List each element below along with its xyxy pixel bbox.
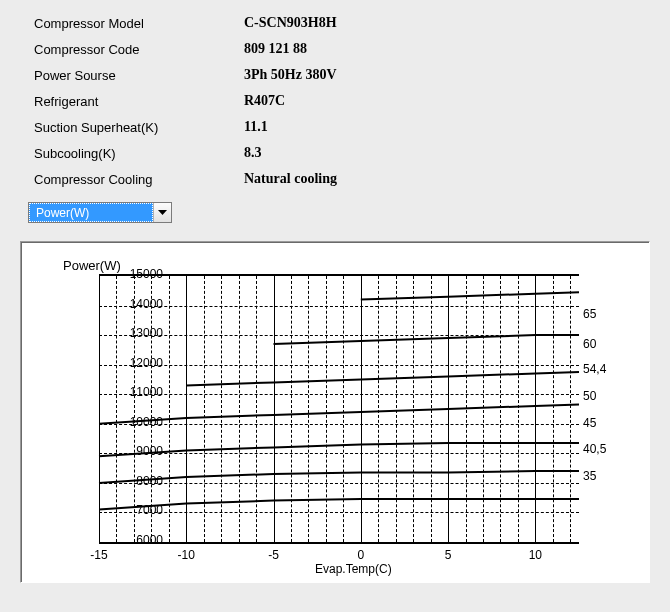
- y-tick: 14000: [123, 297, 163, 311]
- y-tick: 12000: [123, 356, 163, 370]
- spec-label: Power Sourse: [34, 68, 244, 83]
- spec-value: R407C: [244, 93, 285, 109]
- x-tick: 10: [529, 548, 542, 562]
- spec-label: Compressor Cooling: [34, 172, 244, 187]
- spec-label: Subcooling(K): [34, 146, 244, 161]
- spec-value: 11.1: [244, 119, 268, 135]
- spec-value: C-SCN903H8H: [244, 15, 337, 31]
- series-label: 50: [583, 389, 596, 403]
- y-tick: 10000: [123, 415, 163, 429]
- chart-panel: Power(W) Evap.Temp(C) 600070008000900010…: [20, 241, 650, 583]
- spec-table: Compressor ModelC-SCN903H8HCompressor Co…: [0, 0, 670, 192]
- series-label: 40,5: [583, 442, 606, 456]
- series-label: 54,4: [583, 362, 606, 376]
- spec-value: 8.3: [244, 145, 262, 161]
- x-tick: -15: [90, 548, 107, 562]
- series-label: 45: [583, 416, 596, 430]
- y-tick: 13000: [123, 326, 163, 340]
- x-tick: -5: [268, 548, 279, 562]
- spec-row: Compressor Code809 121 88: [34, 36, 670, 62]
- spec-row: Power Sourse3Ph 50Hz 380V: [34, 62, 670, 88]
- spec-label: Refrigerant: [34, 94, 244, 109]
- spec-value: 809 121 88: [244, 41, 307, 57]
- y-tick: 9000: [123, 444, 163, 458]
- x-tick: -10: [178, 548, 195, 562]
- main-window: Compressor ModelC-SCN903H8HCompressor Co…: [0, 0, 670, 612]
- series-label: 60: [583, 337, 596, 351]
- parameter-dropdown[interactable]: Power(W): [28, 202, 172, 223]
- chart-title: Power(W): [63, 258, 121, 273]
- x-tick: 0: [357, 548, 364, 562]
- chart-lines: [99, 276, 579, 542]
- y-tick: 11000: [123, 385, 163, 399]
- spec-row: RefrigerantR407C: [34, 88, 670, 114]
- spec-value: 3Ph 50Hz 380V: [244, 67, 337, 83]
- dropdown-selected: Power(W): [29, 203, 153, 222]
- spec-row: Compressor ModelC-SCN903H8H: [34, 10, 670, 36]
- spec-row: Suction Superheat(K)11.1: [34, 114, 670, 140]
- series-label: 65: [583, 307, 596, 321]
- spec-value: Natural cooling: [244, 171, 337, 187]
- y-tick: 8000: [123, 474, 163, 488]
- spec-label: Suction Superheat(K): [34, 120, 244, 135]
- spec-row: Subcooling(K)8.3: [34, 140, 670, 166]
- series-label: 35: [583, 469, 596, 483]
- x-axis-label: Evap.Temp(C): [315, 562, 392, 576]
- chevron-down-icon[interactable]: [153, 203, 171, 222]
- y-tick: 6000: [123, 533, 163, 547]
- spec-row: Compressor CoolingNatural cooling: [34, 166, 670, 192]
- plot-area: [99, 274, 579, 544]
- spec-label: Compressor Model: [34, 16, 244, 31]
- spec-label: Compressor Code: [34, 42, 244, 57]
- y-tick: 7000: [123, 503, 163, 517]
- y-tick: 15000: [123, 267, 163, 281]
- x-tick: 5: [445, 548, 452, 562]
